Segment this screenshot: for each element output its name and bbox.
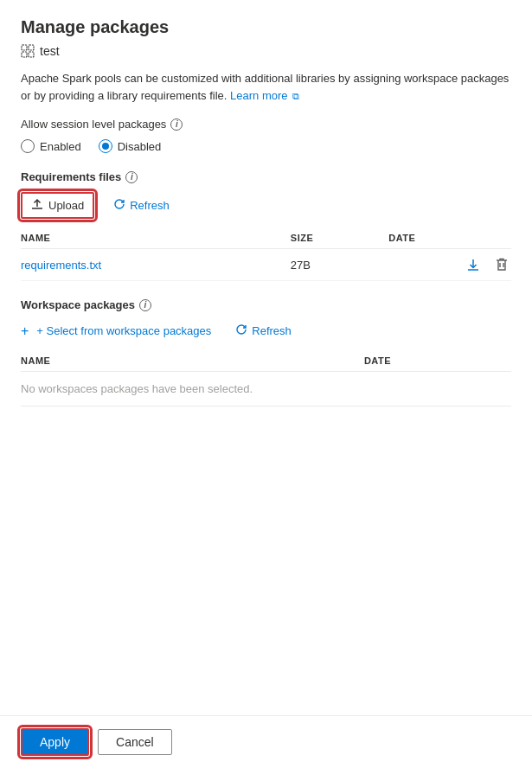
cancel-button[interactable]: Cancel	[98, 729, 172, 755]
svg-rect-0	[22, 45, 27, 50]
svg-rect-1	[29, 45, 34, 50]
enabled-radio[interactable]	[21, 139, 35, 153]
requirements-info-icon: i	[125, 171, 138, 183]
disabled-label: Disabled	[118, 140, 162, 153]
session-packages-radio-group: Enabled Disabled	[21, 139, 511, 153]
select-workspace-packages-button[interactable]: + + Select from workspace packages	[21, 321, 216, 342]
workspace-empty-message: No workspaces packages have been selecte…	[21, 372, 511, 406]
workspace-refresh-button[interactable]: Refresh	[230, 320, 297, 342]
requirements-refresh-label: Refresh	[130, 199, 170, 212]
upload-button[interactable]: Upload	[21, 192, 94, 219]
enabled-label: Enabled	[40, 140, 81, 153]
col-header-name: NAME	[21, 227, 291, 249]
file-date-cell	[388, 249, 462, 281]
delete-button[interactable]	[492, 256, 511, 273]
file-name-link[interactable]: requirements.txt	[21, 259, 101, 272]
ws-col-header-date: DATE	[364, 350, 511, 372]
disabled-radio-indicator	[102, 143, 109, 150]
pool-icon	[21, 44, 35, 58]
enabled-option[interactable]: Enabled	[21, 139, 81, 153]
col-header-actions	[462, 227, 511, 249]
workspace-refresh-icon	[235, 323, 247, 338]
workspace-section-title: Workspace packages i	[21, 298, 511, 311]
workspace-toolbar: + + Select from workspace packages Refre…	[21, 320, 511, 342]
disabled-option[interactable]: Disabled	[99, 139, 162, 153]
table-row: requirements.txt 27B	[21, 249, 511, 281]
select-icon: +	[21, 324, 29, 338]
footer: Apply Cancel	[0, 715, 532, 768]
upload-icon	[31, 198, 43, 213]
requirements-refresh-button[interactable]: Refresh	[108, 195, 175, 216]
page-title: Manage packages	[21, 17, 511, 37]
session-packages-info-icon: i	[170, 118, 183, 131]
upload-label: Upload	[48, 199, 84, 212]
requirements-toolbar: Upload Refresh	[21, 192, 511, 219]
file-size-cell: 27B	[291, 249, 388, 281]
workspace-empty-row: No workspaces packages have been selecte…	[21, 372, 511, 406]
select-label: + Select from workspace packages	[36, 324, 211, 337]
pool-name-row: test	[21, 44, 511, 58]
file-name-cell: requirements.txt	[21, 249, 291, 281]
workspace-table: NAME DATE No workspaces packages have be…	[21, 350, 511, 406]
workspace-refresh-label: Refresh	[252, 324, 292, 337]
requirements-section-title: Requirements files i	[21, 170, 511, 183]
requirements-refresh-icon	[113, 198, 125, 213]
session-packages-label: Allow session level packages i	[21, 118, 511, 131]
svg-rect-2	[22, 52, 27, 57]
requirements-table: NAME SIZE DATE requirements.txt 27	[21, 227, 511, 281]
external-link-icon: ⧉	[292, 91, 299, 101]
download-button[interactable]	[463, 256, 484, 273]
workspace-info-icon: i	[139, 299, 151, 311]
description-text: Apache Spark pools can be customized wit…	[21, 70, 511, 104]
col-header-size: SIZE	[291, 227, 388, 249]
file-actions-cell	[462, 249, 511, 281]
disabled-radio[interactable]	[99, 139, 112, 153]
col-header-date: DATE	[388, 227, 462, 249]
learn-more-link[interactable]: Learn more ⧉	[230, 89, 299, 102]
ws-col-header-name: NAME	[21, 350, 364, 372]
manage-packages-panel: Manage packages test Apache Spark pools …	[0, 0, 532, 768]
pool-name-text: test	[40, 44, 60, 58]
apply-button[interactable]: Apply	[21, 728, 89, 756]
svg-rect-3	[29, 52, 34, 57]
